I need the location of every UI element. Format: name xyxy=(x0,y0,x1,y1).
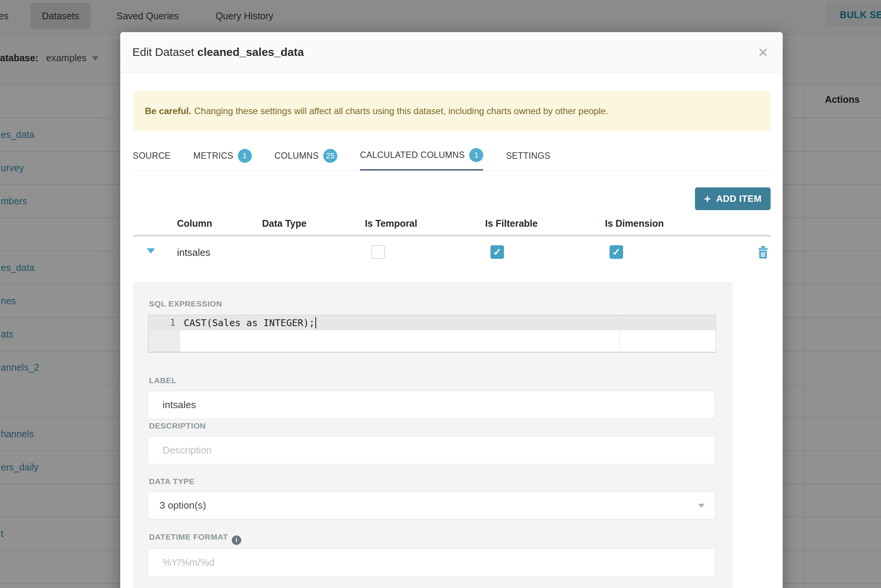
modal-tab-label: SOURCE xyxy=(133,151,171,161)
editor-line-number: 1 xyxy=(148,317,175,328)
label-input[interactable] xyxy=(148,391,715,419)
warning-banner-text: Changing these settings will affect all … xyxy=(194,106,608,116)
modal-title: Edit Dataset cleaned_sales_data xyxy=(132,46,304,59)
tab-count-badge: 25 xyxy=(323,149,337,163)
modal-dataset-name: cleaned_sales_data xyxy=(197,46,304,58)
description-field-label: DESCRIPTION xyxy=(149,421,206,430)
text-cursor xyxy=(315,317,316,328)
data-type-select[interactable]: 3 option(s) xyxy=(148,492,715,519)
modal-title-prefix: Edit Dataset xyxy=(132,46,197,58)
edit-dataset-modal: Edit Dataset cleaned_sales_data ✕ Be car… xyxy=(120,32,783,588)
data-type-selected-value: 3 option(s) xyxy=(160,500,206,511)
tab-count-badge: 1 xyxy=(238,149,252,163)
modal-tab-label: CALCULATED COLUMNS xyxy=(360,150,465,160)
sql-code-text: CAST(Sales as INTEGER); xyxy=(184,317,316,328)
modal-tab-label: COLUMNS xyxy=(275,151,319,161)
column-header-is-temporal: Is Temporal xyxy=(365,218,417,229)
columns-table-divider xyxy=(133,235,771,237)
column-header-is-filterable: Is Filterable xyxy=(485,218,538,229)
tab-count-badge: 1 xyxy=(469,148,483,162)
info-icon[interactable]: i xyxy=(232,535,241,545)
calculated-column-name: intsales xyxy=(177,247,210,258)
tabs-divider xyxy=(133,170,771,171)
modal-tab[interactable]: METRICS 1 xyxy=(193,141,252,171)
label-field-label: LABEL xyxy=(149,376,177,385)
sql-code-value: CAST(Sales as INTEGER); xyxy=(184,317,315,328)
warning-banner: Be careful. Changing these settings will… xyxy=(133,91,771,131)
description-input[interactable] xyxy=(148,436,715,464)
collapse-caret-icon[interactable] xyxy=(147,248,155,254)
add-item-label: ADD ITEM xyxy=(716,193,762,204)
is-filterable-checkbox[interactable]: ✓ xyxy=(490,245,504,259)
add-item-button[interactable]: + ADD ITEM xyxy=(695,187,771,210)
datetime-format-label-text: DATETIME FORMAT xyxy=(149,532,228,541)
modal-tab[interactable]: SOURCE xyxy=(133,141,171,171)
is-temporal-checkbox[interactable] xyxy=(371,245,385,259)
datetime-format-input[interactable] xyxy=(148,548,715,577)
calculated-column-detail-panel: SQL EXPRESSION 1 CAST(Sales as INTEGER);… xyxy=(133,282,732,588)
modal-tab[interactable]: COLUMNS 25 xyxy=(275,141,337,171)
column-header-is-dimension: Is Dimension xyxy=(605,218,664,229)
datetime-format-field-label: DATETIME FORMATi xyxy=(149,532,241,545)
is-dimension-checkbox[interactable]: ✓ xyxy=(610,245,623,259)
warning-banner-bold: Be careful. xyxy=(145,106,191,116)
sql-expression-label: SQL EXPRESSION xyxy=(149,299,222,308)
plus-icon: + xyxy=(704,193,711,204)
column-header-column: Column xyxy=(177,218,212,229)
sql-expression-editor[interactable]: 1 CAST(Sales as INTEGER); xyxy=(148,315,716,353)
modal-tabs: SOURCE METRICS 1 COLUMNS 25 CALCULATED C… xyxy=(133,141,551,171)
column-header-data-type: Data Type xyxy=(262,218,307,229)
modal-tab-label: SETTINGS xyxy=(506,151,550,161)
chevron-down-icon xyxy=(698,504,705,508)
close-icon[interactable]: ✕ xyxy=(754,43,772,62)
modal-tab[interactable]: SETTINGS xyxy=(506,141,550,171)
data-type-field-label: DATA TYPE xyxy=(149,477,195,486)
modal-header: Edit Dataset cleaned_sales_data ✕ xyxy=(120,32,783,73)
delete-trash-icon[interactable] xyxy=(755,244,771,260)
modal-tab[interactable]: CALCULATED COLUMNS 1 xyxy=(360,141,483,171)
modal-tab-label: METRICS xyxy=(193,151,233,161)
editor-print-margin xyxy=(619,315,620,352)
